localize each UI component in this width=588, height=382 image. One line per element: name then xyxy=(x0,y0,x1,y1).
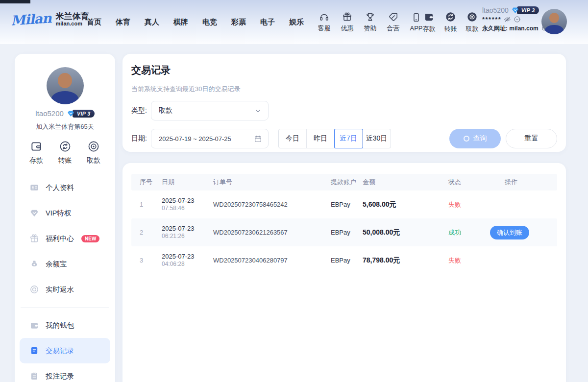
status-badge: 失败 xyxy=(448,256,505,265)
quick-actions: 存款 转账 取款 xyxy=(15,140,115,165)
sidebar-item-rebate[interactable]: 实时返水 xyxy=(20,277,110,302)
quick-deposit-button[interactable]: 存款 xyxy=(23,140,50,165)
loading-spinner-icon xyxy=(464,136,469,142)
range-yesterday-button[interactable]: 昨日 xyxy=(307,129,335,148)
confirm-receipt-button[interactable]: 确认到账 xyxy=(490,226,529,239)
range-30days-button[interactable]: 近30日 xyxy=(363,129,391,148)
withdraw-account: EBPay xyxy=(331,257,363,264)
profile-block: ltao5200 VIP 3 加入米兰体育第65天 存款 转账 取 xyxy=(15,54,115,165)
vip-badge[interactable]: VIP 3 xyxy=(511,6,539,14)
nav-item-live[interactable]: 真人 xyxy=(141,16,163,29)
date-range-input[interactable]: 2025-07-19 ~ 2025-07-25 xyxy=(151,129,269,148)
amount: 50,008.00元 xyxy=(363,228,448,237)
order-number: WD202507230758465242 xyxy=(213,201,331,208)
rebate-icon xyxy=(29,285,39,294)
query-button[interactable]: 查询 xyxy=(449,129,501,148)
range-today-button[interactable]: 今日 xyxy=(279,129,307,148)
profile-avatar[interactable] xyxy=(47,67,84,104)
top-header: Milan 米兰体育 milan.com 首页 体育 真人 棋牌 电竞 彩票 电… xyxy=(0,0,588,44)
transfer-icon xyxy=(445,11,456,23)
withdraw-account: EBPay xyxy=(331,201,363,208)
partnership-button[interactable]: 合营 xyxy=(384,12,403,33)
wallet-icon xyxy=(30,140,43,153)
deposit-button[interactable]: 存款 xyxy=(419,11,439,33)
withdraw-button[interactable]: 取款 xyxy=(463,11,482,33)
nav-item-cards[interactable]: 棋牌 xyxy=(170,16,192,29)
wallet-icon xyxy=(29,320,39,330)
sidebar-item-benefits[interactable]: 福利中心 NEW xyxy=(20,226,110,251)
transfer-button[interactable]: 转账 xyxy=(441,11,460,33)
status-badge: 失败 xyxy=(448,200,505,209)
nav-item-entertainment[interactable]: 娱乐 xyxy=(286,16,307,29)
page-title: 交易记录 xyxy=(131,64,171,77)
brand-logo[interactable]: Milan 米兰体育 milan.com xyxy=(11,12,89,27)
header-action-group: 客服 优惠 赞助 合营 APP xyxy=(315,0,426,44)
row-time: 07:58:46 xyxy=(162,205,213,212)
type-select[interactable]: 取款 xyxy=(151,101,269,120)
sidebar-item-vip[interactable]: VIP特权 xyxy=(20,200,110,226)
sidebar-item-yuebao[interactable]: 余额宝 xyxy=(20,251,110,277)
sidebar-item-transactions[interactable]: 交易记录 xyxy=(20,338,110,363)
main-nav: 首页 体育 真人 棋牌 电竞 彩票 电子 娱乐 xyxy=(83,0,307,44)
bet-record-icon xyxy=(29,371,39,381)
quick-withdraw-button[interactable]: 取款 xyxy=(80,140,107,165)
withdraw-account: EBPay xyxy=(331,229,363,236)
type-label: 类型: xyxy=(131,106,151,115)
nav-item-slots[interactable]: 电子 xyxy=(257,16,278,29)
balance-masked: ****** xyxy=(482,16,501,23)
vip-diamond-icon xyxy=(511,6,519,14)
nav-item-home[interactable]: 首页 xyxy=(83,16,105,29)
records-table-panel: 序号 日期 订单号 提款账户 金额 状态 操作 1 2025-07-23 07:… xyxy=(122,163,566,382)
sponsorship-button[interactable]: 赞助 xyxy=(361,12,380,33)
chevron-circle-icon[interactable] xyxy=(514,16,521,23)
sidebar-item-profile[interactable]: 个人资料 xyxy=(20,175,110,200)
nav-item-sports[interactable]: 体育 xyxy=(112,16,134,29)
withdraw-icon xyxy=(466,11,478,23)
order-number: WD202507230406280797 xyxy=(213,257,331,264)
sidebar-item-bet-records[interactable]: 投注记录 xyxy=(20,363,110,382)
withdraw-icon xyxy=(87,140,100,153)
customer-service-button[interactable]: 客服 xyxy=(315,12,334,33)
wallet-icon xyxy=(423,11,435,23)
avatar-image xyxy=(549,13,559,23)
profile-username: ltao5200 xyxy=(35,109,64,118)
sidebar-item-wallet[interactable]: 我的钱包 xyxy=(20,312,110,338)
quick-transfer-button[interactable]: 转账 xyxy=(51,140,79,165)
transfer-icon xyxy=(59,140,72,153)
headset-icon xyxy=(319,12,329,22)
profile-vip-badge[interactable]: VIP 3 xyxy=(67,109,95,118)
chevron-down-icon xyxy=(254,107,262,115)
date-quick-ranges: 今日 昨日 近7日 近30日 xyxy=(278,129,391,148)
row-date: 2025-07-23 xyxy=(162,253,213,261)
header-wallet-group: 存款 转账 取款 xyxy=(419,0,482,44)
eye-off-icon[interactable] xyxy=(504,16,511,23)
nav-item-esports[interactable]: 电竞 xyxy=(199,16,220,29)
amount: 5,608.00元 xyxy=(363,200,448,209)
money-bag-icon xyxy=(29,259,39,269)
page: Milan 米兰体育 milan.com 首页 体育 真人 棋牌 电竞 彩票 电… xyxy=(0,0,588,382)
username: ltao5200 xyxy=(482,6,509,14)
partner-tag-icon xyxy=(388,12,398,22)
promotions-button[interactable]: 优惠 xyxy=(338,12,357,33)
row-time: 04:06:28 xyxy=(162,261,213,268)
row-time: 06:21:26 xyxy=(162,233,213,240)
nav-item-lottery[interactable]: 彩票 xyxy=(228,16,249,29)
table-header: 序号 日期 订单号 提款账户 金额 状态 操作 xyxy=(131,174,557,191)
reset-button[interactable]: 重置 xyxy=(506,129,557,148)
date-label: 日期: xyxy=(131,134,151,143)
order-number: WD202507230621263567 xyxy=(213,229,331,236)
gift-icon xyxy=(29,234,39,243)
new-badge: NEW xyxy=(81,235,99,242)
trophy-icon xyxy=(365,12,375,22)
range-7days-button[interactable]: 近7日 xyxy=(335,129,363,148)
joined-days-text: 加入米兰体育第65天 xyxy=(36,122,94,131)
table-row: 3 2025-07-23 04:06:28 WD2025072304062807… xyxy=(131,246,557,274)
avatar[interactable] xyxy=(541,9,567,34)
gift-icon xyxy=(342,12,352,22)
table-row: 2 2025-07-23 06:21:26 WD2025072306212635… xyxy=(131,218,557,246)
table-row: 1 2025-07-23 07:58:46 WD2025072307584652… xyxy=(131,191,557,218)
page-subtitle: 当前系统支持查询最近30日的交易记录 xyxy=(131,85,240,94)
id-card-icon xyxy=(29,183,39,192)
user-info-block: ltao5200 VIP 3 ****** 永久网址: milan.com xyxy=(482,6,548,33)
logo-script: Milan xyxy=(10,10,51,28)
